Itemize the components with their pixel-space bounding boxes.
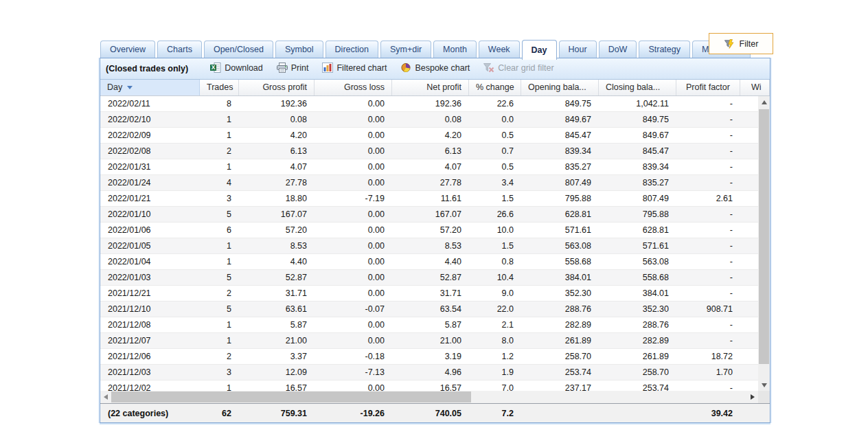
footer-trades: 62	[200, 409, 239, 418]
cell-gross-loss: 0.00	[315, 333, 392, 348]
table-row[interactable]: 2022/02/0914.200.004.200.5845.47849.67-	[100, 128, 770, 144]
cell-change: 0.0	[469, 112, 521, 127]
cell-opening-bala: 352.30	[521, 286, 599, 301]
cell-day: 2021/12/21	[100, 286, 200, 301]
toolbar: (Closed trades only) XDownloadPrintFilte…	[100, 58, 770, 80]
filtered-chart-button[interactable]: Filtered chart	[322, 63, 387, 73]
bespoke-chart-button[interactable]: Bespoke chart	[400, 63, 470, 73]
tab-week[interactable]: Week	[479, 41, 520, 58]
cell-profit-factor: 1.70	[676, 365, 740, 380]
footer-gross-loss: -19.26	[315, 409, 392, 418]
table-row[interactable]: 2022/01/3114.070.004.070.5835.27839.34-	[100, 159, 770, 175]
cell-closing-bala: 563.08	[599, 254, 676, 269]
column-header-day[interactable]: Day	[100, 80, 200, 95]
table-row[interactable]: 2021/12/10563.61-0.0763.5422.0288.76352.…	[100, 302, 770, 317]
table-row[interactable]: 2021/12/02116.570.0016.577.0237.17253.74…	[100, 380, 770, 391]
column-header-wi[interactable]: Wi	[740, 80, 770, 95]
tab-symbol[interactable]: Symbol	[275, 41, 323, 58]
cell-change: 1.5	[469, 238, 521, 253]
print-button[interactable]: Print	[277, 63, 309, 73]
table-row[interactable]: 2022/01/24427.780.0027.783.4807.49835.27…	[100, 175, 770, 191]
cell-opening-bala: 839.34	[521, 144, 599, 159]
tab-direction[interactable]: Direction	[326, 41, 378, 58]
tab-overview[interactable]: Overview	[100, 41, 155, 58]
table-row[interactable]: 2022/01/06657.200.0057.2010.0571.61628.8…	[100, 223, 770, 238]
column-header-change[interactable]: % change	[469, 80, 521, 95]
table-header: DayTradesGross profitGross lossNet profi…	[100, 80, 770, 96]
vertical-scrollbar[interactable]	[758, 96, 770, 391]
column-header-trades[interactable]: Trades	[200, 80, 239, 95]
filtered-chart-button-label: Filtered chart	[336, 63, 387, 73]
table-row[interactable]: 2022/02/1010.080.000.080.0849.67849.75-	[100, 112, 770, 128]
horizontal-scrollbar-thumb[interactable]	[111, 391, 471, 402]
cell-day: 2021/12/02	[100, 380, 200, 391]
cell-day: 2022/01/03	[100, 270, 200, 285]
arrow-left-icon	[104, 394, 108, 400]
column-header-closing-bala[interactable]: Closing bala...	[599, 80, 676, 95]
cell-profit-factor: -	[676, 254, 740, 269]
tab-dow[interactable]: DoW	[599, 41, 637, 58]
tab-open-closed[interactable]: Open/Closed	[204, 41, 273, 58]
tab-sym-dir[interactable]: Sym+dir	[380, 41, 431, 58]
footer-day: (22 categories)	[100, 409, 200, 418]
scroll-right-button[interactable]	[747, 391, 758, 403]
cell-change: 7.0	[469, 380, 521, 391]
tab-month[interactable]: Month	[433, 41, 477, 58]
tab-hour[interactable]: Hour	[559, 41, 597, 58]
cell-opening-bala: 558.68	[521, 254, 599, 269]
cell-gross-profit: 27.78	[239, 175, 315, 190]
table-row[interactable]: 2022/02/0826.130.006.130.7839.34845.47-	[100, 144, 770, 159]
column-header-label: Trades	[207, 82, 233, 92]
cell-net-profit: 27.78	[392, 175, 469, 190]
download-button[interactable]: XDownload	[210, 63, 263, 73]
column-header-profit-factor[interactable]: Profit factor	[676, 80, 740, 95]
cell-day: 2022/02/11	[100, 96, 200, 111]
column-header-net-profit[interactable]: Net profit	[392, 80, 469, 95]
arrow-down-icon	[762, 383, 767, 387]
table-row[interactable]: 2022/01/03552.870.0052.8710.4384.01558.6…	[100, 270, 770, 286]
cell-net-profit: 4.07	[392, 159, 469, 174]
cell-profit-factor: -	[676, 144, 740, 159]
cell-closing-bala: 845.47	[599, 144, 676, 159]
cell-trades: 2	[200, 286, 239, 301]
table-row[interactable]: 2022/01/0414.400.004.400.8558.68563.08-	[100, 254, 770, 270]
cell-closing-bala: 384.01	[599, 286, 676, 301]
cell-gross-loss: -0.07	[315, 302, 392, 317]
cell-opening-bala: 288.76	[521, 302, 599, 317]
horizontal-scrollbar[interactable]	[100, 391, 758, 403]
cell-closing-bala: 288.76	[599, 317, 676, 332]
cell-gross-loss: 0.00	[315, 238, 392, 253]
vertical-scrollbar-thumb[interactable]	[759, 109, 769, 364]
scroll-left-button[interactable]	[100, 391, 111, 403]
filter-button[interactable]: Filter	[709, 33, 773, 54]
table-row[interactable]: 2022/01/0518.530.008.531.5563.08571.61-	[100, 238, 770, 254]
table-row[interactable]: 2021/12/03312.09-7.134.961.9253.74258.70…	[100, 365, 770, 380]
cell-closing-bala: 839.34	[599, 159, 676, 174]
cell-opening-bala: 384.01	[521, 270, 599, 285]
cell-opening-bala: 795.88	[521, 191, 599, 206]
column-header-gross-loss[interactable]: Gross loss	[315, 80, 392, 95]
footer-profit-factor: 39.42	[676, 409, 740, 418]
cell-trades: 1	[200, 238, 239, 253]
table-row[interactable]: 2021/12/21231.710.0031.719.0352.30384.01…	[100, 286, 770, 302]
cell-change: 9.0	[469, 286, 521, 301]
table-row[interactable]: 2022/02/118192.360.00192.3622.6849.751,0…	[100, 96, 770, 112]
cell-change: 1.5	[469, 191, 521, 206]
cell-net-profit: 63.54	[392, 302, 469, 317]
cell-gross-profit: 21.00	[239, 333, 315, 348]
table-row[interactable]: 2021/12/0623.37-0.183.191.2258.70261.891…	[100, 349, 770, 365]
scroll-down-button[interactable]	[758, 379, 770, 391]
scroll-up-button[interactable]	[758, 96, 770, 108]
column-header-opening-bala[interactable]: Opening bala...	[521, 80, 599, 95]
table-row[interactable]: 2021/12/07121.000.0021.008.0261.89282.89…	[100, 333, 770, 349]
table-row[interactable]: 2022/01/105167.070.00167.0726.6628.81795…	[100, 207, 770, 223]
cell-net-profit: 167.07	[392, 207, 469, 222]
table-row[interactable]: 2021/12/0815.870.005.872.1282.89288.76-	[100, 317, 770, 333]
table-body: 2022/02/118192.360.00192.3622.6849.751,0…	[100, 96, 770, 391]
sort-descending-icon	[127, 86, 133, 89]
column-header-gross-profit[interactable]: Gross profit	[239, 80, 315, 95]
tab-charts[interactable]: Charts	[157, 41, 202, 58]
tab-day[interactable]: Day	[522, 40, 557, 60]
tab-strategy[interactable]: Strategy	[639, 41, 690, 58]
table-row[interactable]: 2022/01/21318.80-7.1911.611.5795.88807.4…	[100, 191, 770, 207]
